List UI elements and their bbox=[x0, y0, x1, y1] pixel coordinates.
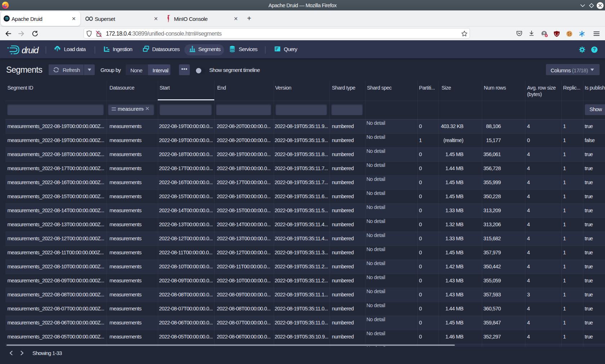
svg-text:?: ? bbox=[593, 47, 596, 52]
